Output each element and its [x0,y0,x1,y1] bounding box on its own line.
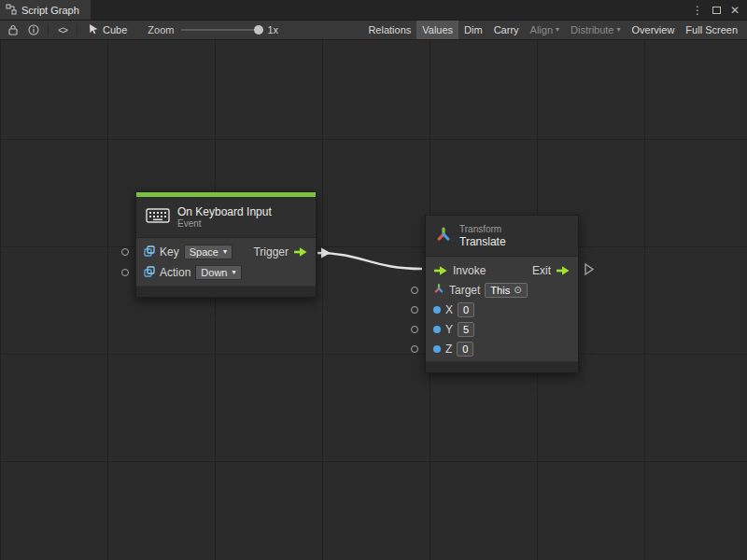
code-icon[interactable]: <> [53,21,72,39]
relations-button[interactable]: Relations [362,21,416,39]
values-label: Values [422,24,453,35]
tab-title: Script Graph [21,5,79,16]
toolbar-separator [48,23,49,36]
zoom-slider-handle[interactable] [254,25,263,35]
x-value: 0 [463,304,469,315]
invoke-row: Invoke Exit [426,260,578,280]
graph-object[interactable]: Cube [82,23,133,36]
key-label: Key [160,245,179,259]
target-input-port[interactable] [411,287,418,294]
caret-down-icon: ▾ [232,269,235,276]
transform-mini-icon [433,283,444,297]
node-title: Translate [459,235,506,248]
node-footer [136,286,316,297]
exit-label: Exit [532,264,551,277]
relations-label: Relations [368,24,411,35]
node-footer [426,361,578,372]
zoom-label: Zoom [148,24,174,35]
float-type-icon [433,306,441,314]
x-field[interactable]: 0 [458,302,474,317]
graph-canvas[interactable]: On Keyboard Input Event Key Space ▾ [0,40,747,560]
maximize-box-icon [712,7,721,14]
object-picker-icon[interactable]: ⊙ [514,285,521,295]
float-type-icon [433,326,441,333]
exit-continue-arrow-icon[interactable] [585,264,593,274]
cursor-icon [88,23,99,36]
keyboard-icon [146,207,170,227]
float-type-icon [433,345,441,353]
window-tab-bar: Script Graph ⋮ ✕ [0,0,747,21]
z-label: Z [445,343,452,356]
distribute-label: Distribute [571,24,613,35]
enum-type-icon [144,245,155,259]
trigger-output-port[interactable] [293,246,308,258]
key-dropdown[interactable]: Space ▾ [184,245,233,259]
target-field[interactable]: This ⊙ [485,283,527,298]
caret-down-icon: ▾ [223,248,227,256]
key-input-port[interactable] [121,248,129,256]
toolbar-separator [77,23,78,36]
action-dropdown[interactable]: Down ▾ [195,265,241,280]
caret-down-icon: ▾ [556,26,559,34]
tab-script-graph[interactable]: Script Graph [0,0,91,20]
lock-icon[interactable] [4,21,22,39]
action-row: Action Down ▾ [136,262,316,283]
overview-label: Overview [632,24,675,35]
key-dropdown-value: Space [190,246,218,258]
x-row: X 0 [426,300,578,319]
dim-label: Dim [464,24,483,35]
x-label: X [445,303,453,316]
window-menu-icon[interactable]: ⋮ [692,5,703,16]
align-label: Align [530,24,553,35]
y-row: Y 5 [426,319,578,339]
node-on-keyboard-input[interactable]: On Keyboard Input Event Key Space ▾ [135,191,317,298]
zoom-value: 1x [267,24,278,35]
graph-object-name: Cube [103,24,127,35]
node-title: On Keyboard Input [177,205,272,218]
node-header[interactable]: On Keyboard Input Event [136,197,316,238]
invoke-label: Invoke [453,264,486,277]
carry-button[interactable]: Carry [488,21,525,39]
y-input-port[interactable] [411,326,418,333]
align-button[interactable]: Align▾ [525,21,565,39]
carry-label: Carry [494,24,519,35]
dim-button[interactable]: Dim [458,21,488,39]
target-value: This [490,285,510,296]
x-input-port[interactable] [411,306,418,314]
target-label: Target [449,284,480,297]
window-maximize-icon[interactable] [712,5,721,16]
z-row: Z 0 [426,339,578,358]
z-field[interactable]: 0 [457,342,473,357]
transform-icon [435,226,452,245]
node-translate[interactable]: Transform Translate Invoke Exit [425,215,579,373]
fullscreen-label: Full Screen [685,24,738,35]
z-value: 0 [462,343,468,355]
graph-toolbar: <> Cube Zoom 1x Relations Values Dim Car… [0,21,747,40]
distribute-button[interactable]: Distribute▾ [565,21,626,39]
target-row: Target This ⊙ [426,280,578,300]
enum-type-icon [144,266,155,280]
window-close-icon[interactable]: ✕ [730,5,740,16]
tab-bar-spacer [91,0,692,20]
values-button[interactable]: Values [416,21,458,39]
invoke-input-port[interactable] [433,265,448,276]
action-input-port[interactable] [121,269,129,276]
action-label: Action [160,266,190,279]
overview-button[interactable]: Overview [627,21,681,39]
node-header[interactable]: Transform Translate [426,216,578,257]
action-dropdown-value: Down [201,267,227,278]
zoom-slider[interactable] [181,29,260,31]
node-subtitle: Event [177,218,272,230]
trigger-to-invoke-wire[interactable] [317,253,422,269]
z-input-port[interactable] [411,345,418,353]
exit-output-port[interactable] [556,265,571,276]
y-field[interactable]: 5 [458,322,474,337]
key-row: Key Space ▾ Trigger [136,242,316,262]
wire-layer [0,40,747,560]
trigger-label: Trigger [253,245,289,259]
fullscreen-button[interactable]: Full Screen [680,21,743,39]
info-icon[interactable] [24,21,43,39]
caret-down-icon: ▾ [617,26,621,34]
wire-arrowhead-icon [321,248,331,259]
y-label: Y [445,323,453,336]
